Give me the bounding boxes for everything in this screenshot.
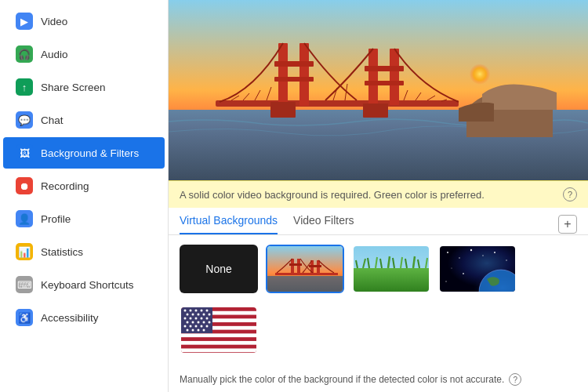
sidebar-item-keyboard-shortcuts[interactable]: ⌨Keyboard Shortcuts <box>3 269 165 300</box>
sidebar-item-label-recording: Recording <box>41 180 89 192</box>
svg-rect-10 <box>365 66 404 71</box>
svg-rect-11 <box>365 81 404 85</box>
sidebar-item-label-statistics: Statistics <box>41 246 83 258</box>
svg-rect-8 <box>368 49 378 105</box>
bg-item-flag[interactable] <box>180 306 258 354</box>
svg-rect-9 <box>390 49 399 105</box>
sidebar-item-label-background-filters: Background & Filters <box>41 147 139 159</box>
svg-point-88 <box>184 325 187 328</box>
audio-icon: 🎧 <box>16 45 33 63</box>
svg-point-96 <box>203 329 205 332</box>
svg-point-80 <box>195 318 198 320</box>
sidebar-item-audio[interactable]: 🎧Audio <box>3 38 165 70</box>
svg-rect-23 <box>363 103 388 118</box>
svg-point-70 <box>195 310 198 312</box>
share-screen-icon: ↑ <box>16 78 33 96</box>
svg-rect-25 <box>267 276 344 293</box>
accessibility-icon: ♿ <box>16 309 33 326</box>
svg-point-71 <box>201 310 203 312</box>
sidebar: ▶Video🎧Audio↑Share Screen💬Chat🖼Backgroun… <box>0 0 169 392</box>
svg-point-85 <box>198 321 200 324</box>
svg-point-72 <box>206 310 209 312</box>
tabs-row: Virtual BackgroundsVideo Filters + <box>169 208 588 235</box>
sidebar-item-profile[interactable]: 👤Profile <box>3 203 165 234</box>
bottom-note: Manually pick the color of the backgroun… <box>169 368 588 392</box>
keyboard-shortcuts-icon: ⌨ <box>16 276 33 293</box>
bottom-note-text: Manually pick the color of the backgroun… <box>180 374 504 385</box>
svg-point-69 <box>190 310 192 312</box>
svg-rect-34 <box>354 268 430 293</box>
sidebar-item-accessibility[interactable]: ♿Accessibility <box>3 302 165 333</box>
svg-point-75 <box>198 314 200 316</box>
svg-rect-27 <box>291 259 294 274</box>
svg-point-73 <box>187 314 189 316</box>
bg-item-grass[interactable] <box>352 245 430 293</box>
svg-point-86 <box>203 321 205 324</box>
svg-point-81 <box>201 318 203 320</box>
svg-point-78 <box>184 318 187 320</box>
svg-point-94 <box>192 329 194 332</box>
sidebar-item-label-keyboard-shortcuts: Keyboard Shortcuts <box>41 279 134 291</box>
sidebar-item-background-filters[interactable]: 🖼Background & Filters <box>3 137 165 169</box>
sidebar-item-label-chat: Chat <box>41 114 64 126</box>
svg-point-79 <box>190 318 192 320</box>
warning-bar: A solid color video background is requir… <box>169 180 588 208</box>
sidebar-item-video[interactable]: ▶Video <box>3 5 165 37</box>
main-content: A solid color video background is requir… <box>169 0 588 392</box>
sidebar-item-recording[interactable]: ⏺Recording <box>3 170 165 201</box>
svg-point-84 <box>192 321 194 324</box>
warning-help-icon[interactable]: ? <box>563 187 577 201</box>
bg-item-bridge[interactable] <box>266 245 344 293</box>
svg-point-95 <box>198 329 200 332</box>
svg-rect-29 <box>289 263 302 266</box>
svg-rect-28 <box>297 259 300 274</box>
preview-image <box>169 0 588 180</box>
sidebar-item-label-video: Video <box>41 16 67 27</box>
add-background-button[interactable]: + <box>558 215 577 234</box>
sidebar-item-label-accessibility: Accessibility <box>41 312 99 324</box>
svg-point-76 <box>203 314 205 316</box>
svg-point-93 <box>187 329 189 332</box>
statistics-icon: 📊 <box>16 243 33 260</box>
svg-point-82 <box>206 318 209 320</box>
bg-item-space[interactable] <box>438 245 517 293</box>
svg-point-90 <box>195 325 198 328</box>
bottom-help-icon[interactable]: ? <box>509 373 521 386</box>
svg-rect-5 <box>299 43 309 106</box>
profile-icon: 👤 <box>16 210 33 227</box>
svg-point-68 <box>184 310 187 312</box>
svg-point-89 <box>190 325 192 328</box>
sidebar-item-statistics[interactable]: 📊Statistics <box>3 236 165 267</box>
svg-point-83 <box>187 321 189 324</box>
tab-video-filters[interactable]: Video Filters <box>293 214 354 234</box>
chat-icon: 💬 <box>16 111 33 129</box>
backgrounds-grid: None <box>169 235 588 368</box>
svg-rect-4 <box>278 43 288 106</box>
svg-point-92 <box>206 325 209 328</box>
sidebar-item-label-audio: Audio <box>41 49 68 60</box>
svg-point-87 <box>209 321 211 324</box>
svg-rect-64 <box>181 333 258 337</box>
svg-rect-22 <box>270 102 296 118</box>
bg-item-none[interactable]: None <box>180 245 258 293</box>
svg-rect-3 <box>216 100 459 107</box>
recording-icon: ⏺ <box>16 177 33 194</box>
svg-point-77 <box>209 314 211 316</box>
tab-virtual-backgrounds[interactable]: Virtual Backgrounds <box>180 214 278 234</box>
sidebar-item-chat[interactable]: 💬Chat <box>3 104 165 136</box>
tabs-left: Virtual BackgroundsVideo Filters <box>180 214 354 234</box>
sidebar-item-share-screen[interactable]: ↑Share Screen <box>3 71 165 103</box>
warning-text: A solid color video background is requir… <box>180 189 485 201</box>
svg-point-91 <box>201 325 203 328</box>
svg-rect-32 <box>309 265 321 267</box>
background-filters-icon: 🖼 <box>16 144 33 162</box>
sidebar-item-label-profile: Profile <box>41 213 71 225</box>
svg-rect-7 <box>274 77 314 82</box>
sidebar-item-label-share-screen: Share Screen <box>41 82 106 93</box>
svg-rect-65 <box>181 341 258 345</box>
svg-rect-6 <box>274 61 314 67</box>
svg-point-74 <box>192 314 194 316</box>
svg-rect-66 <box>181 348 258 352</box>
video-icon: ▶ <box>16 13 33 30</box>
svg-rect-26 <box>275 273 338 275</box>
